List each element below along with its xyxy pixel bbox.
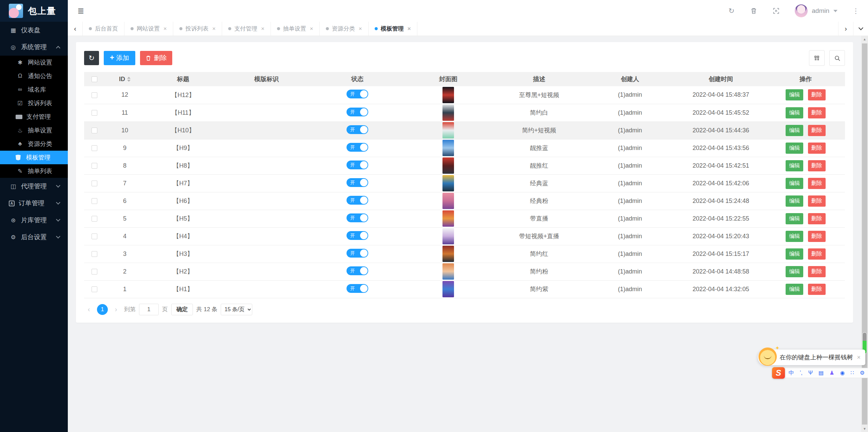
sidebar-item-resource[interactable]: ♣资源分类 [0, 137, 68, 151]
status-toggle[interactable]: 开 [347, 196, 368, 205]
row-checkbox[interactable] [92, 92, 97, 98]
edit-button[interactable]: 编辑 [786, 266, 803, 277]
edit-button[interactable]: 编辑 [786, 284, 803, 295]
fullscreen-icon[interactable] [772, 7, 780, 15]
columns-toggle-button[interactable] [809, 50, 825, 66]
delete-row-button[interactable]: 删除 [808, 178, 826, 189]
delete-row-button[interactable]: 删除 [808, 143, 826, 154]
edit-button[interactable]: 编辑 [786, 89, 803, 100]
keyboard-icon[interactable]: ▤ [818, 370, 824, 376]
settings-icon[interactable]: ⚙ [860, 370, 865, 376]
delete-row-button[interactable]: 删除 [808, 89, 826, 100]
chinese-mode-icon[interactable]: 中 [789, 370, 794, 376]
edit-button[interactable]: 编辑 [786, 160, 803, 171]
edit-button[interactable]: 编辑 [786, 231, 803, 242]
sidebar-item-backend[interactable]: ⚙后台设置 [0, 229, 68, 246]
status-toggle[interactable]: 开 [347, 266, 368, 275]
more-menu-icon[interactable]: ⋮ [852, 7, 859, 15]
tab-4[interactable]: 抽单设置× [271, 22, 320, 36]
delete-button[interactable]: 删除 [140, 51, 172, 65]
sidebar-item-library[interactable]: ⊛片库管理 [0, 212, 68, 229]
status-toggle[interactable]: 开 [347, 284, 368, 293]
row-checkbox[interactable] [92, 216, 97, 222]
sidebar-item-dashboard[interactable]: ▦仪表盘 [0, 22, 68, 39]
sidebar-item-template[interactable]: 模板管理 [0, 151, 68, 164]
edit-button[interactable]: 编辑 [786, 125, 803, 136]
avatar[interactable] [795, 4, 808, 17]
user-menu[interactable]: admin [795, 4, 837, 17]
tab-5[interactable]: 资源分类× [320, 22, 369, 36]
row-checkbox[interactable] [92, 233, 97, 239]
status-toggle[interactable]: 开 [347, 231, 368, 240]
close-icon[interactable]: × [163, 25, 167, 32]
edit-button[interactable]: 编辑 [786, 213, 803, 224]
refresh-icon[interactable]: ↻ [728, 7, 735, 15]
sidebar-item-agent[interactable]: ◫代理管理 [0, 178, 68, 195]
edit-button[interactable]: 编辑 [786, 178, 803, 189]
status-toggle[interactable]: 开 [347, 125, 368, 134]
close-icon[interactable]: × [359, 25, 362, 32]
tab-0[interactable]: 后台首页 [83, 22, 124, 36]
sidebar-item-draw-list[interactable]: ✎抽单列表 [0, 164, 68, 178]
sidebar-item-notice[interactable]: Ω通知公告 [0, 69, 68, 83]
row-checkbox[interactable] [92, 145, 97, 151]
page-number[interactable]: 1 [97, 304, 108, 315]
select-all-checkbox[interactable] [92, 76, 97, 82]
sort-icon[interactable] [127, 77, 131, 82]
edit-button[interactable]: 编辑 [786, 195, 803, 207]
status-toggle[interactable]: 开 [347, 178, 368, 187]
tab-1[interactable]: 网站设置× [124, 22, 173, 36]
tab-3[interactable]: 支付管理× [222, 22, 271, 36]
goto-confirm-button[interactable]: 确定 [171, 304, 193, 315]
close-icon[interactable]: × [310, 25, 313, 32]
delete-row-button[interactable]: 删除 [808, 195, 826, 207]
apps-icon[interactable]: ∷ [850, 370, 854, 376]
scroll-down-icon[interactable]: ▼ [861, 427, 868, 431]
edit-button[interactable]: 编辑 [786, 248, 803, 260]
game-icon[interactable]: ◉ [840, 370, 845, 376]
skin-icon[interactable]: ♟ [829, 370, 834, 376]
sidebar-item-system[interactable]: ◎系统管理 [0, 39, 68, 56]
next-page-icon[interactable]: › [111, 305, 121, 313]
tabs-scroll-right-icon[interactable]: › [838, 22, 853, 36]
row-checkbox[interactable] [92, 110, 97, 116]
delete-row-button[interactable]: 删除 [808, 107, 826, 118]
collapse-menu-icon[interactable]: ≣ [77, 6, 84, 16]
delete-row-button[interactable]: 删除 [808, 248, 826, 260]
scroll-up-icon[interactable]: ▲ [861, 37, 868, 41]
trash-icon[interactable] [750, 7, 757, 15]
tabs-scroll-left-icon[interactable]: ‹ [68, 22, 83, 36]
refresh-table-button[interactable]: ↻ [84, 51, 99, 65]
delete-row-button[interactable]: 删除 [808, 213, 826, 224]
delete-row-button[interactable]: 删除 [808, 284, 826, 295]
row-checkbox[interactable] [92, 198, 97, 204]
status-toggle[interactable]: 开 [347, 108, 368, 116]
row-checkbox[interactable] [92, 269, 97, 275]
sidebar-item-payment[interactable]: 支付管理 [0, 110, 68, 124]
delete-row-button[interactable]: 删除 [808, 231, 826, 242]
sidebar-item-domain[interactable]: ∞域名库 [0, 83, 68, 96]
punctuation-icon[interactable]: ’, [800, 370, 803, 376]
edit-button[interactable]: 编辑 [786, 143, 803, 154]
delete-row-button[interactable]: 删除 [808, 160, 826, 171]
search-button[interactable] [829, 50, 845, 66]
status-toggle[interactable]: 开 [347, 90, 368, 98]
sogou-logo-icon[interactable]: S [772, 367, 785, 379]
row-checkbox[interactable] [92, 163, 97, 169]
row-checkbox[interactable] [92, 251, 97, 257]
voice-icon[interactable]: Ψ [808, 370, 813, 376]
sidebar-item-complaint[interactable]: ☑投诉列表 [0, 96, 68, 110]
status-toggle[interactable]: 开 [347, 161, 368, 169]
close-icon[interactable]: × [212, 25, 216, 32]
add-button[interactable]: + 添加 [104, 51, 135, 65]
close-icon[interactable]: × [857, 354, 861, 361]
row-checkbox[interactable] [92, 181, 97, 186]
status-toggle[interactable]: 开 [347, 213, 368, 222]
tabs-dropdown-icon[interactable] [853, 22, 868, 36]
per-page-select[interactable]: 15 条/页 [221, 304, 252, 315]
delete-row-button[interactable]: 删除 [808, 266, 826, 277]
prev-page-icon[interactable]: ‹ [84, 305, 94, 313]
close-icon[interactable]: × [408, 25, 411, 32]
delete-row-button[interactable]: 删除 [808, 125, 826, 136]
status-toggle[interactable]: 开 [347, 249, 368, 258]
